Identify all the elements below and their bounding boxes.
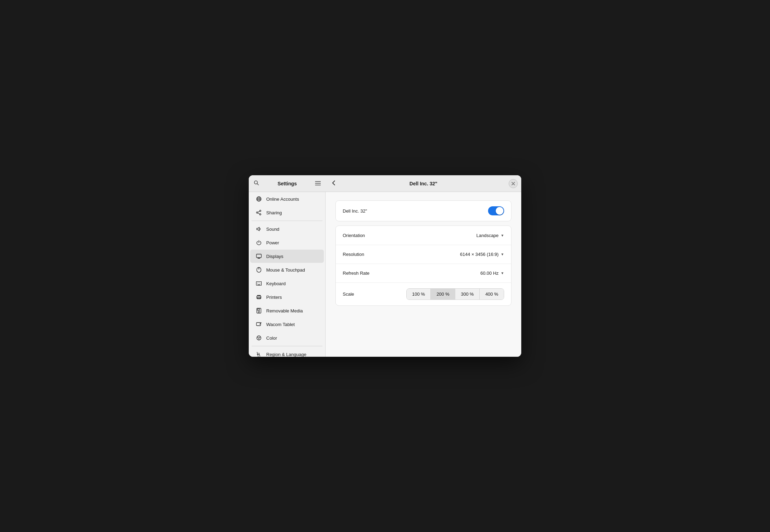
orientation-label: Orientation: [343, 233, 476, 238]
resolution-dropdown-arrow: ▼: [501, 252, 504, 256]
window-header: Settings Dell Inc. 32": [249, 175, 521, 192]
svg-point-9: [260, 210, 261, 212]
sidebar-item-wacom-tablet[interactable]: Wacom Tablet: [250, 318, 324, 331]
svg-line-12: [258, 211, 260, 212]
mouse-touchpad-icon: [256, 267, 262, 273]
scale-btn-100[interactable]: 100 %: [407, 289, 431, 300]
page-title: Dell Inc. 32": [409, 181, 437, 186]
refresh-rate-row: Refresh Rate 60.00 Hz ▼: [336, 264, 511, 282]
refresh-rate-value-text: 60.00 Hz: [480, 271, 499, 276]
header-center: Dell Inc. 32": [326, 181, 521, 186]
sidebar-item-label: Color: [266, 335, 277, 341]
resolution-value-text: 6144 × 3456 (16:9): [460, 252, 499, 257]
orientation-row: Orientation Landscape ▼: [336, 226, 511, 245]
settings-window: Settings Dell Inc. 32": [249, 175, 521, 357]
svg-point-36: [257, 336, 261, 340]
sidebar-item-online-accounts[interactable]: Online Accounts: [250, 192, 324, 206]
back-button[interactable]: [329, 179, 338, 189]
svg-point-39: [259, 338, 260, 339]
monitor-card: Dell Inc. 32": [335, 200, 511, 221]
scale-btn-300[interactable]: 300 %: [455, 289, 480, 300]
settings-title: Settings: [277, 181, 297, 186]
svg-point-11: [260, 214, 261, 215]
monitor-name-label: Dell Inc. 32": [343, 208, 488, 214]
sidebar-item-region-language[interactable]: Region & Language: [250, 348, 324, 357]
sidebar-item-color[interactable]: Color: [250, 331, 324, 345]
close-button[interactable]: [509, 179, 518, 188]
toggle-knob: [496, 207, 503, 215]
svg-point-5: [257, 197, 261, 201]
region-language-icon: [256, 351, 262, 357]
sidebar-separator: [252, 346, 322, 346]
window-body: Online Accounts Sharing: [249, 192, 521, 357]
displays-icon: [256, 253, 262, 259]
svg-point-35: [261, 323, 262, 323]
svg-rect-29: [257, 297, 260, 299]
sidebar-item-sharing[interactable]: Sharing: [250, 206, 324, 219]
sidebar-item-label: Mouse & Touchpad: [266, 267, 305, 273]
sidebar-item-printers[interactable]: Printers: [250, 290, 324, 304]
sidebar-item-label: Removable Media: [266, 308, 303, 313]
sidebar-item-label: Wacom Tablet: [266, 322, 295, 327]
svg-line-1: [257, 184, 259, 185]
scale-btn-200[interactable]: 200 %: [431, 289, 455, 300]
printers-icon: [256, 294, 262, 300]
resolution-row: Resolution 6144 × 3456 (16:9) ▼: [336, 245, 511, 264]
sidebar-item-label: Printers: [266, 295, 282, 300]
color-icon: [256, 335, 262, 341]
resolution-value[interactable]: 6144 × 3456 (16:9) ▼: [460, 252, 504, 257]
sound-icon: [256, 226, 262, 232]
header-left: Settings: [249, 180, 326, 187]
scale-btn-400[interactable]: 400 %: [480, 289, 504, 300]
refresh-rate-value[interactable]: 60.00 Hz ▼: [480, 271, 504, 276]
svg-point-33: [258, 311, 260, 312]
monitor-row: Dell Inc. 32": [336, 201, 511, 221]
svg-point-38: [259, 337, 260, 338]
svg-point-37: [257, 337, 259, 338]
resolution-label: Resolution: [343, 252, 460, 257]
sidebar-separator: [252, 221, 322, 221]
svg-point-19: [259, 268, 259, 269]
online-accounts-icon: [256, 196, 262, 202]
sidebar-item-mouse-touchpad[interactable]: Mouse & Touchpad: [250, 263, 324, 276]
refresh-rate-dropdown-arrow: ▼: [501, 271, 504, 275]
sidebar: Online Accounts Sharing: [249, 192, 326, 357]
sidebar-item-label: Sharing: [266, 210, 282, 215]
sidebar-item-label: Region & Language: [266, 352, 306, 357]
sidebar-item-sound[interactable]: Sound: [250, 222, 324, 236]
refresh-rate-label: Refresh Rate: [343, 271, 480, 276]
sidebar-item-label: Keyboard: [266, 281, 286, 286]
svg-rect-14: [256, 254, 261, 258]
svg-rect-32: [257, 309, 260, 310]
sidebar-item-label: Online Accounts: [266, 197, 299, 202]
svg-point-6: [258, 197, 260, 201]
svg-point-10: [256, 212, 258, 213]
wacom-tablet-icon: [256, 321, 262, 327]
removable-media-icon: [256, 308, 262, 314]
sidebar-item-removable-media[interactable]: Removable Media: [250, 304, 324, 317]
scale-row: Scale 100 % 200 % 300 % 400 %: [336, 282, 511, 305]
search-button[interactable]: [254, 180, 259, 187]
svg-line-13: [258, 213, 260, 214]
sidebar-item-displays[interactable]: Displays: [250, 250, 324, 263]
menu-button[interactable]: [315, 180, 321, 186]
orientation-value[interactable]: Landscape ▼: [476, 233, 504, 238]
monitor-toggle[interactable]: [488, 206, 504, 215]
sharing-icon: [256, 209, 262, 216]
scale-label: Scale: [343, 291, 406, 297]
orientation-value-text: Landscape: [476, 233, 499, 238]
keyboard-icon: [256, 280, 262, 287]
sidebar-item-label: Displays: [266, 254, 283, 259]
power-icon: [256, 239, 262, 246]
sidebar-item-power[interactable]: Power: [250, 236, 324, 249]
sidebar-item-label: Sound: [266, 227, 279, 232]
sidebar-item-keyboard[interactable]: Keyboard: [250, 277, 324, 290]
content-area: Dell Inc. 32" Orientation Landscape ▼: [326, 192, 521, 357]
orientation-dropdown-arrow: ▼: [501, 234, 504, 237]
svg-point-30: [260, 297, 261, 297]
scale-group: 100 % 200 % 300 % 400 %: [406, 288, 504, 300]
display-settings-card: Orientation Landscape ▼ Resolution 6144 …: [335, 226, 511, 306]
sidebar-item-label: Power: [266, 240, 279, 245]
